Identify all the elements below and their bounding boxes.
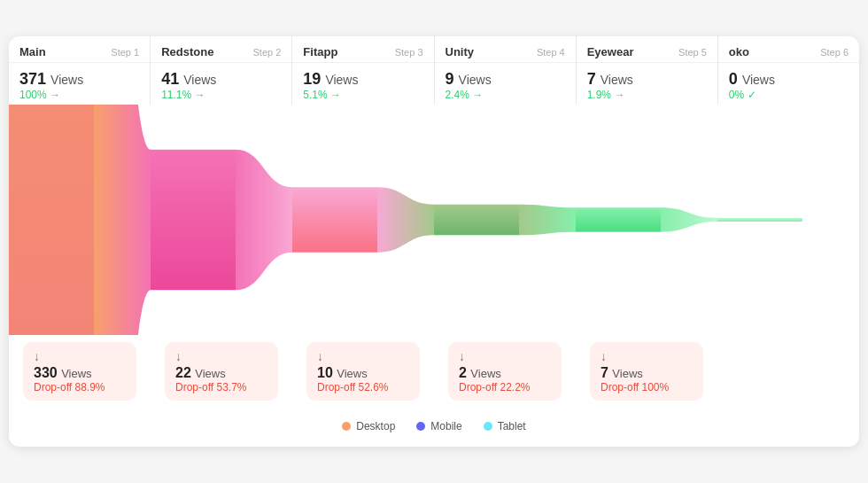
dropoff-pct-2: Drop-off 52.6% bbox=[317, 381, 409, 393]
step-name-5: oko bbox=[729, 45, 749, 58]
svg-rect-3 bbox=[434, 205, 519, 236]
dropoff-col-3: ↓2 ViewsDrop-off 22.2% bbox=[434, 335, 576, 411]
legend-dot-2 bbox=[484, 422, 492, 431]
views-pct-4: 1.9% → bbox=[587, 89, 707, 101]
svg-rect-4 bbox=[576, 207, 661, 231]
legend-label-1: Mobile bbox=[430, 420, 461, 432]
step-header-5: okoStep 6 bbox=[718, 36, 859, 63]
funnel-card: MainStep 1371 Views100% →RedstoneStep 24… bbox=[9, 36, 859, 447]
dropoff-pct-1: Drop-off 53.7% bbox=[175, 381, 267, 393]
legend-dot-0 bbox=[342, 422, 351, 431]
step-label-2: Step 3 bbox=[395, 47, 423, 58]
step-header-4: EyewearStep 5 bbox=[577, 36, 717, 63]
step-name-0: Main bbox=[19, 45, 46, 58]
dropoff-col-4: ↓7 ViewsDrop-off 100% bbox=[576, 335, 717, 411]
dropoff-arrow-icon-1: ↓ bbox=[175, 349, 267, 363]
dropoff-col-1: ↓22 ViewsDrop-off 53.7% bbox=[151, 335, 292, 411]
dropoff-row: ↓330 ViewsDrop-off 88.9%↓22 ViewsDrop-of… bbox=[9, 335, 859, 411]
step-views-0: 371 Views100% → bbox=[9, 63, 150, 105]
dropoff-views-count-2: 10 Views bbox=[317, 365, 409, 381]
views-count-5: 0 Views bbox=[729, 70, 849, 89]
step-label-1: Step 2 bbox=[253, 47, 282, 58]
views-count-4: 7 Views bbox=[587, 70, 707, 89]
step-label-0: Step 1 bbox=[111, 47, 139, 58]
step-views-1: 41 Views11.1% → bbox=[151, 63, 291, 105]
step-label-3: Step 4 bbox=[537, 47, 565, 58]
step-name-3: Unity bbox=[446, 45, 475, 58]
views-pct-1: 11.1% → bbox=[161, 89, 281, 101]
dropoff-col-2: ↓10 ViewsDrop-off 52.6% bbox=[292, 335, 434, 411]
step-views-5: 0 Views0% ✓ bbox=[718, 63, 859, 105]
svg-rect-2 bbox=[292, 187, 377, 252]
dropoff-arrow-icon-3: ↓ bbox=[459, 349, 551, 363]
legend: DesktopMobileTablet bbox=[9, 411, 859, 432]
step-name-2: Fitapp bbox=[303, 45, 337, 58]
dropoff-col-0: ↓330 ViewsDrop-off 88.9% bbox=[9, 335, 151, 411]
views-count-2: 19 Views bbox=[303, 70, 422, 89]
views-pct-3: 2.4% → bbox=[446, 89, 565, 101]
views-count-3: 9 Views bbox=[446, 70, 565, 89]
dropoff-arrow-icon-4: ↓ bbox=[601, 349, 693, 363]
svg-rect-5 bbox=[717, 218, 802, 222]
step-label-5: Step 6 bbox=[820, 47, 849, 58]
step-col-2: FitappStep 319 Views5.1% → bbox=[292, 36, 434, 105]
dropoff-arrow-icon-2: ↓ bbox=[317, 349, 409, 363]
views-count-0: 371 Views bbox=[19, 70, 139, 89]
dropoff-arrow-icon-0: ↓ bbox=[34, 349, 126, 363]
step-name-4: Eyewear bbox=[587, 45, 634, 58]
legend-item-1: Mobile bbox=[416, 420, 461, 432]
dropoff-pct-0: Drop-off 88.9% bbox=[34, 381, 126, 393]
legend-label-0: Desktop bbox=[356, 420, 395, 432]
step-col-3: UnityStep 49 Views2.4% → bbox=[435, 36, 577, 105]
dropoff-pct-4: Drop-off 100% bbox=[601, 381, 693, 393]
funnel-visualization bbox=[9, 105, 859, 335]
views-count-1: 41 Views bbox=[161, 70, 281, 89]
legend-item-2: Tablet bbox=[484, 420, 526, 432]
dropoff-views-count-1: 22 Views bbox=[175, 365, 267, 381]
step-col-4: EyewearStep 57 Views1.9% → bbox=[577, 36, 718, 105]
step-views-4: 7 Views1.9% → bbox=[577, 63, 717, 105]
dropoff-card-4: ↓7 ViewsDrop-off 100% bbox=[590, 342, 703, 401]
funnel-container: MainStep 1371 Views100% →RedstoneStep 24… bbox=[9, 36, 859, 105]
step-header-3: UnityStep 4 bbox=[435, 36, 576, 63]
step-label-4: Step 5 bbox=[678, 47, 707, 58]
step-col-5: okoStep 60 Views0% ✓ bbox=[718, 36, 859, 105]
dropoff-views-count-0: 330 Views bbox=[34, 365, 126, 381]
views-pct-0: 100% → bbox=[19, 89, 139, 101]
legend-item-0: Desktop bbox=[342, 420, 395, 432]
svg-rect-1 bbox=[151, 150, 236, 290]
legend-label-2: Tablet bbox=[498, 420, 526, 432]
dropoff-card-1: ↓22 ViewsDrop-off 53.7% bbox=[165, 342, 278, 401]
step-views-3: 9 Views2.4% → bbox=[435, 63, 576, 105]
views-pct-5: 0% ✓ bbox=[729, 89, 849, 101]
dropoff-card-3: ↓2 ViewsDrop-off 22.2% bbox=[448, 342, 562, 401]
step-header-1: RedstoneStep 2 bbox=[151, 36, 291, 63]
step-header-2: FitappStep 3 bbox=[292, 36, 433, 63]
step-col-0: MainStep 1371 Views100% → bbox=[9, 36, 151, 105]
step-col-1: RedstoneStep 241 Views11.1% → bbox=[151, 36, 292, 105]
svg-rect-0 bbox=[9, 105, 94, 335]
dropoff-views-count-3: 2 Views bbox=[459, 365, 551, 381]
legend-dot-1 bbox=[416, 422, 425, 431]
dropoff-card-0: ↓330 ViewsDrop-off 88.9% bbox=[23, 342, 136, 401]
dropoff-col-5 bbox=[717, 335, 859, 411]
dropoff-card-2: ↓10 ViewsDrop-off 52.6% bbox=[306, 342, 420, 401]
views-pct-2: 5.1% → bbox=[303, 89, 422, 101]
step-header-0: MainStep 1 bbox=[9, 36, 150, 63]
dropoff-views-count-4: 7 Views bbox=[601, 365, 693, 381]
step-views-2: 19 Views5.1% → bbox=[292, 63, 433, 105]
step-name-1: Redstone bbox=[161, 45, 213, 58]
dropoff-pct-3: Drop-off 22.2% bbox=[459, 381, 551, 393]
